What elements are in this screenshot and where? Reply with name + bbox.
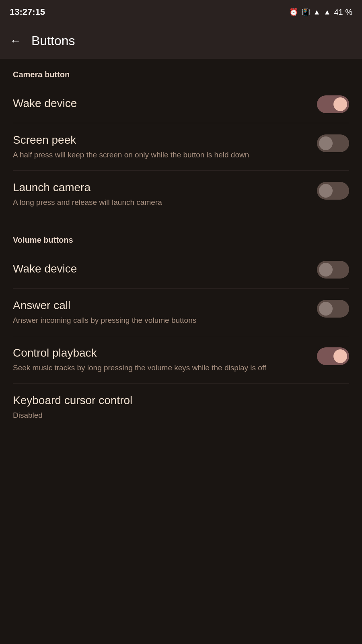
wake-device-camera-toggle[interactable]: [317, 95, 349, 113]
answer-call-title: Answer call: [13, 298, 307, 313]
page-title: Buttons: [31, 33, 75, 48]
vibrate-icon: 📳: [301, 8, 310, 17]
launch-camera-toggle[interactable]: [317, 182, 349, 200]
screen-peek-toggle[interactable]: [317, 134, 349, 152]
launch-camera-knob: [319, 184, 333, 198]
launch-camera-title: Launch camera: [13, 180, 307, 195]
signal-icon: ▲: [324, 8, 331, 17]
control-playback-toggle[interactable]: [317, 347, 349, 365]
answer-call-toggle[interactable]: [317, 300, 349, 318]
camera-button-section: Camera button Wake device Screen peek A …: [0, 59, 362, 218]
alarm-icon: ⏰: [289, 8, 298, 17]
launch-camera-item[interactable]: Launch camera A long press and release w…: [0, 171, 362, 218]
section-gap-1: [0, 218, 362, 224]
wake-device-volume-item[interactable]: Wake device: [0, 250, 362, 288]
answer-call-item[interactable]: Answer call Answer incoming calls by pre…: [0, 289, 362, 336]
status-icons: ⏰ 📳 ▲ ▲ 41 %: [289, 8, 352, 17]
screen-peek-desc: A half press will keep the screen on onl…: [13, 150, 307, 161]
wake-device-camera-item[interactable]: Wake device: [0, 84, 362, 123]
answer-call-knob: [319, 302, 333, 316]
status-time: 13:27:15: [10, 7, 45, 17]
header: ← Buttons: [0, 23, 362, 59]
wake-device-volume-toggle[interactable]: [317, 261, 349, 279]
control-playback-item[interactable]: Control playback Seek music tracks by lo…: [0, 336, 362, 383]
volume-buttons-section: Volume buttons Wake device Answer call A…: [0, 224, 362, 383]
section-header-camera: Camera button: [0, 59, 362, 84]
status-bar: 13:27:15 ⏰ 📳 ▲ ▲ 41 %: [0, 0, 362, 23]
keyboard-cursor-item[interactable]: Keyboard cursor control Disabled: [0, 384, 362, 431]
screen-peek-knob: [319, 136, 333, 150]
launch-camera-text: Launch camera A long press and release w…: [13, 180, 317, 208]
wake-device-camera-title: Wake device: [13, 97, 77, 110]
screen-peek-text: Screen peek A half press will keep the s…: [13, 133, 317, 161]
answer-call-text: Answer call Answer incoming calls by pre…: [13, 298, 317, 326]
control-playback-title: Control playback: [13, 346, 307, 360]
control-playback-knob: [333, 349, 347, 363]
keyboard-cursor-text: Keyboard cursor control Disabled: [13, 393, 349, 421]
content: Camera button Wake device Screen peek A …: [0, 59, 362, 431]
wake-device-volume-title: Wake device: [13, 262, 77, 275]
control-playback-text: Control playback Seek music tracks by lo…: [13, 346, 317, 374]
keyboard-cursor-desc: Disabled: [13, 410, 339, 421]
launch-camera-desc: A long press and release will launch cam…: [13, 197, 307, 208]
screen-peek-item[interactable]: Screen peek A half press will keep the s…: [0, 123, 362, 170]
answer-call-desc: Answer incoming calls by pressing the vo…: [13, 315, 307, 326]
screen-peek-title: Screen peek: [13, 133, 307, 147]
keyboard-cursor-title: Keyboard cursor control: [13, 393, 339, 408]
back-button[interactable]: ←: [10, 35, 22, 47]
control-playback-desc: Seek music tracks by long pressing the v…: [13, 363, 307, 374]
section-header-volume: Volume buttons: [0, 224, 362, 250]
wake-device-volume-knob: [319, 263, 333, 277]
wake-device-camera-knob: [333, 97, 347, 111]
battery-level: 41 %: [334, 8, 352, 17]
wifi-icon: ▲: [313, 8, 321, 17]
